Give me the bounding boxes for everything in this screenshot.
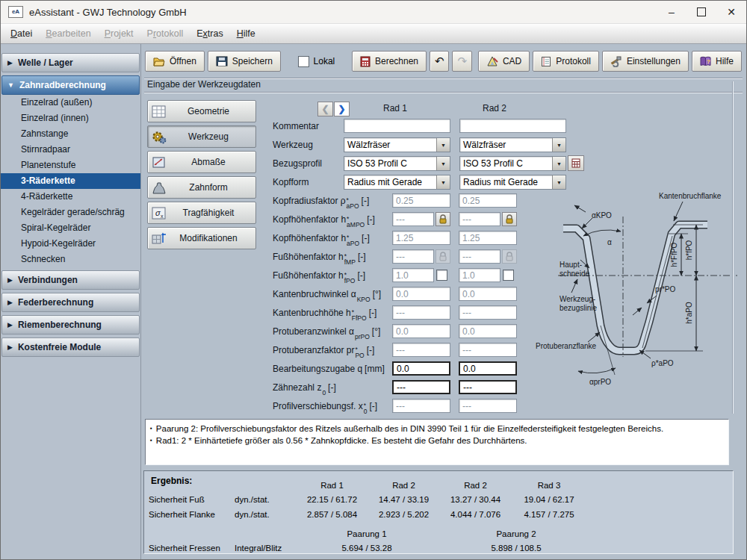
input-kommentar-v1[interactable]	[344, 119, 450, 133]
tools-icon	[610, 56, 622, 67]
warning-line: ▪Paarung 2: Profilverschiebungsfaktor de…	[150, 423, 724, 435]
protocol-button[interactable]: Protokoll	[533, 51, 599, 72]
sidebar-section-zahnradberechnung[interactable]: ▼Zahnradberechnung	[1, 75, 140, 95]
calculate-button[interactable]: Berechnen	[352, 51, 427, 72]
undo-icon: ↶	[435, 55, 444, 68]
menu-item-hilfe[interactable]: Hilfe	[230, 28, 262, 39]
field-label-kopfradiusfaktor: Kopfradiusfaktor ρ*aPO[-]	[273, 193, 388, 208]
lock-icon[interactable]	[436, 212, 450, 226]
input-bearbeitungszugabe-q-v1[interactable]	[392, 361, 450, 376]
edit-profile-button[interactable]	[568, 155, 584, 171]
select-kopfform-v2[interactable]: Radius mit Gerade▼	[459, 175, 566, 190]
sidebar-item-stirnradpaar[interactable]: Stirnradpaar	[1, 142, 140, 158]
tool-button-modifikationen[interactable]: Modifikationen	[147, 227, 256, 249]
save-button[interactable]: Speichern	[208, 51, 281, 72]
input-zähnezahl-v2[interactable]	[459, 380, 517, 394]
sidebar-item-4-räderkette[interactable]: 4-Räderkette	[1, 189, 140, 205]
tool-button-geometrie[interactable]: Geometrie	[147, 100, 256, 122]
input-bearbeitungszugabe-q-v2[interactable]	[459, 361, 517, 376]
sidebar-item-zahnstange[interactable]: Zahnstange	[1, 126, 140, 142]
sidebar-section-riemenberechnung[interactable]: ▶Riemenberechnung	[1, 315, 140, 335]
page-title: Eingabe der Werkzeugdaten	[147, 79, 261, 90]
tool-profile-diagram: Kantenbruchflanke αKPO α Haupt- schneide…	[515, 190, 739, 391]
results-cell: 2.923 / 5.202	[368, 507, 439, 522]
select-bezugsprofil-v1[interactable]: ISO 53 Profil C▼	[344, 156, 450, 171]
dropdown-arrow-icon[interactable]: ▼	[552, 138, 565, 152]
sidebar-item-planetenstufe[interactable]: Planetenstufe	[1, 158, 140, 173]
input-protuberanzwinkel-v2	[459, 324, 517, 338]
tool-button-abmasse[interactable]: Abmaße	[147, 151, 256, 173]
menu-item-datei[interactable]: Datei	[4, 28, 39, 39]
input-fußhöhenfaktor-v1	[392, 249, 434, 264]
select-value: ISO 53 Profil C	[344, 157, 436, 170]
angle-arc-alpha-prpo	[578, 368, 616, 373]
sidebar-item-spiral-kegelräder[interactable]: Spiral-Kegelräder	[1, 220, 140, 236]
sidebar-section-kostenfreie-module[interactable]: ▶Kostenfreie Module	[1, 337, 140, 357]
results-cell: Sicherheit Flanke	[149, 507, 235, 522]
settings-button[interactable]: Einstellungen	[602, 51, 689, 72]
input-kommentar-v2[interactable]	[459, 119, 566, 133]
column-header-col2: Rad 2	[461, 103, 528, 113]
divider	[144, 92, 743, 93]
tooth-form-icon	[148, 181, 170, 195]
floppy-disk-icon	[216, 56, 228, 66]
sidebar-item-schnecken[interactable]: Schnecken	[1, 252, 140, 267]
input-zähnezahl-v1[interactable]	[392, 380, 450, 394]
results-header-cell: Rad 2	[439, 473, 512, 492]
minimize-button[interactable]: –	[657, 1, 686, 23]
maximize-button[interactable]	[686, 1, 716, 23]
checkbox-fußhöhenfaktor-v2[interactable]	[503, 270, 514, 281]
tool-button-werkzeug[interactable]: Werkzeug	[147, 125, 256, 148]
diagram-label-rho-apo: ρ*aPO	[651, 359, 674, 367]
redo-icon: ↷	[457, 55, 467, 68]
menu-item-protokoll: Protokoll	[140, 28, 190, 39]
sidebar-section-verbindungen[interactable]: ▶Verbindungen	[1, 270, 140, 290]
title-bar: eA eAssistant - GWJ Technology GmbH – ✕	[1, 1, 746, 24]
results-header-cell	[235, 473, 296, 492]
next-wheel-button[interactable]: ❯	[334, 102, 350, 116]
dropdown-arrow-icon[interactable]: ▼	[552, 157, 565, 170]
local-checkbox[interactable]: Lokal	[298, 56, 335, 67]
dropdown-arrow-icon[interactable]: ▼	[552, 175, 565, 189]
help-button[interactable]: ? Hilfe	[692, 51, 742, 72]
cad-button[interactable]: CAD	[478, 51, 530, 72]
menu-item-projekt: Projekt	[98, 28, 140, 39]
sidebar-item-hypoid-kegelräder[interactable]: Hypoid-Kegelräder	[1, 236, 140, 252]
checkbox-fußhöhenfaktor-v1[interactable]	[436, 270, 447, 281]
results-cell: 13.27 / 30.44	[439, 492, 512, 507]
results-header-cell	[149, 522, 235, 541]
undo-button[interactable]: ↶	[430, 51, 449, 72]
sidebar-section-welle-lager[interactable]: ▶Welle / Lager	[1, 53, 140, 72]
diagram-label-bezugslinie-1: Werkzeug-	[560, 295, 595, 303]
window-title: eAssistant - GWJ Technology GmbH	[29, 7, 187, 18]
sidebar-section-federberechnung[interactable]: ▶Federberechnung	[1, 293, 140, 312]
collapsed-triangle-icon: ▶	[7, 343, 13, 351]
dropdown-arrow-icon[interactable]: ▼	[436, 175, 450, 189]
svg-text:?: ?	[707, 58, 710, 65]
diagram-label-h-ffpo: h*FfPO	[670, 242, 678, 267]
sidebar-item-einzelrad-außen[interactable]: Einzelrad (außen)	[1, 95, 140, 111]
field-label-fußhöhenfaktor: Fußhöhenfaktor h*fMP[-]	[273, 249, 388, 264]
select-werkzeug-v2[interactable]: Wälzfräser▼	[459, 137, 566, 152]
select-werkzeug-v1[interactable]: Wälzfräser▼	[344, 137, 450, 152]
warning-line: ▪Rad1: 2 * Einhärtetiefe größer als 0.56…	[150, 435, 724, 447]
sidebar-item-3-räderkette[interactable]: 3-Räderkette	[1, 173, 140, 189]
input-fußhöhenfaktor-v2	[459, 268, 500, 282]
dropdown-arrow-icon[interactable]: ▼	[436, 157, 450, 170]
menu-item-extras[interactable]: Extras	[190, 28, 229, 39]
results-cell: 4.044 / 7.076	[439, 507, 512, 522]
dropdown-arrow-icon[interactable]: ▼	[436, 138, 450, 152]
tool-button-zahnform[interactable]: Zahnform	[147, 176, 256, 199]
sidebar-item-kegelräder-gerade-schräg[interactable]: Kegelräder gerade/schräg	[1, 205, 140, 220]
input-fußhöhenfaktor-v2	[459, 249, 500, 264]
geometry-grid-icon	[148, 105, 170, 119]
results-cell: 5.898 / 108.5	[438, 541, 595, 554]
tolerances-icon	[148, 155, 170, 169]
tool-button-tragfaehigkeit[interactable]: σx Tragfähigkeit	[147, 202, 256, 224]
sidebar-item-einzelrad-innen[interactable]: Einzelrad (innen)	[1, 111, 140, 126]
select-kopfform-v1[interactable]: Radius mit Gerade▼	[344, 175, 450, 190]
field-label-protuberanzwinkel: Protuberanzwinkel αprPO[°]	[273, 324, 388, 339]
select-bezugsprofil-v2[interactable]: ISO 53 Profil C▼	[459, 156, 566, 171]
open-button[interactable]: Öffnen	[145, 51, 205, 72]
close-button[interactable]: ✕	[716, 1, 746, 23]
